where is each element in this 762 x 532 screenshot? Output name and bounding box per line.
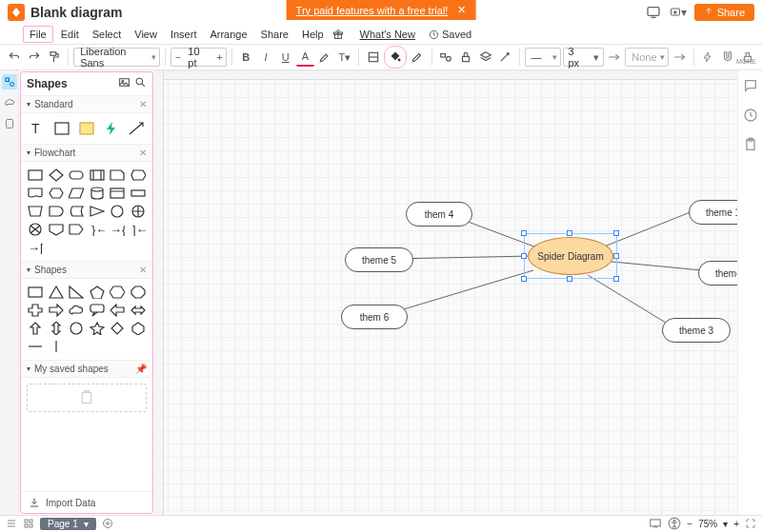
sh-biarrow[interactable] — [130, 303, 147, 318]
section-standard[interactable]: ▾Standard✕ — [21, 95, 152, 113]
promo-banner[interactable]: Try paid features with a free trial! ✕ — [287, 0, 476, 20]
diagram-node[interactable]: theme 5 — [345, 247, 413, 272]
promo-close-icon[interactable]: ✕ — [457, 4, 466, 16]
fc-doc[interactable] — [27, 186, 44, 201]
underline-button[interactable]: U — [276, 48, 294, 67]
italic-button[interactable]: I — [257, 48, 275, 67]
shape-bolt[interactable] — [101, 119, 122, 138]
sh-tri[interactable] — [48, 285, 65, 300]
lock-icon[interactable] — [456, 48, 474, 67]
flash-icon[interactable] — [699, 48, 717, 67]
menu-select[interactable]: Select — [87, 27, 128, 42]
sh-cloud[interactable] — [68, 303, 85, 318]
line-width-stepper[interactable]: 3 px▾ — [563, 48, 603, 67]
sh-hline[interactable] — [27, 339, 44, 354]
sel-handle[interactable] — [521, 276, 527, 282]
search-icon[interactable] — [134, 76, 147, 91]
fullscreen-icon[interactable] — [745, 518, 756, 531]
fill-color-button[interactable] — [384, 46, 407, 69]
menu-edit[interactable]: Edit — [55, 27, 85, 42]
fc-tri[interactable] — [89, 204, 106, 219]
fc-manual[interactable] — [27, 204, 44, 219]
share-button[interactable]: Share — [694, 4, 754, 21]
comment-icon[interactable] — [743, 78, 758, 96]
accessibility-icon[interactable] — [668, 517, 681, 532]
present-icon[interactable]: ▾ — [670, 4, 687, 21]
redo-icon[interactable] — [26, 48, 44, 67]
list-view-icon[interactable] — [6, 518, 17, 531]
magic-icon[interactable] — [496, 48, 514, 67]
magnet-icon[interactable] — [719, 48, 737, 67]
sel-handle[interactable] — [613, 253, 619, 259]
border-color-icon[interactable] — [409, 48, 427, 67]
font-size-minus[interactable]: − — [171, 51, 184, 63]
shape-style-icon[interactable] — [437, 48, 455, 67]
sh-uarrow[interactable] — [27, 321, 44, 336]
font-select[interactable]: Liberation Sans — [73, 48, 160, 67]
fc-sum[interactable] — [130, 204, 147, 219]
sh-larrow[interactable] — [109, 303, 126, 318]
fc-or[interactable] — [27, 222, 44, 237]
layers-icon[interactable] — [476, 48, 494, 67]
sh-rarrow[interactable] — [48, 303, 65, 318]
zoom-out[interactable]: − — [687, 519, 692, 529]
toolbar-more[interactable]: ⋯MORE — [736, 49, 756, 66]
border-style-icon[interactable] — [364, 48, 382, 67]
import-data[interactable]: Import Data — [21, 491, 152, 513]
shape-arrow[interactable] — [126, 119, 147, 138]
shape-text[interactable]: T — [27, 119, 48, 138]
text-align-icon[interactable]: T▾ — [336, 48, 354, 67]
center-node[interactable]: Spider Diagram — [528, 237, 613, 275]
section-shapes[interactable]: ▾Shapes✕ — [21, 261, 152, 279]
diagram-node[interactable]: theme 3 — [662, 318, 731, 343]
fc-pent[interactable] — [48, 222, 65, 237]
fc-delay[interactable] — [48, 204, 65, 219]
menu-view[interactable]: View — [129, 27, 163, 42]
sh-oct[interactable] — [130, 285, 147, 300]
add-page-icon[interactable] — [102, 518, 113, 531]
bold-button[interactable]: B — [237, 48, 255, 67]
presentation-icon[interactable] — [649, 518, 662, 531]
rail-shapes-icon[interactable] — [2, 74, 17, 89]
grid-view-icon[interactable] — [23, 518, 34, 531]
line-type-select[interactable]: — — [525, 48, 562, 67]
zoom-level[interactable]: 75% — [698, 519, 717, 529]
fc-display[interactable] — [130, 167, 147, 183]
fc-predef[interactable] — [89, 167, 106, 183]
fc-brack2[interactable]: →[ — [27, 240, 44, 255]
diagram-node[interactable]: theme 2 — [698, 261, 737, 286]
sel-handle[interactable] — [521, 230, 527, 236]
fc-circle[interactable] — [109, 204, 126, 219]
sh-hex[interactable] — [109, 285, 126, 300]
menu-help[interactable]: Help — [296, 27, 330, 42]
menu-share[interactable]: Share — [255, 27, 294, 42]
zoom-in[interactable]: + — [733, 519, 739, 529]
fc-card[interactable] — [109, 167, 126, 183]
fc-inter[interactable] — [109, 186, 126, 201]
sh-poly[interactable] — [130, 321, 147, 336]
sel-handle[interactable] — [567, 230, 572, 236]
sh-pent[interactable] — [89, 285, 106, 300]
sh-cross[interactable] — [27, 303, 44, 318]
section-flowchart[interactable]: ▾Flowchart✕ — [21, 144, 152, 162]
diagram-node[interactable]: theme 1 — [689, 200, 737, 225]
sh-callout[interactable] — [89, 303, 106, 318]
menu-whats-new[interactable]: What's New — [354, 27, 421, 42]
highlight-icon[interactable] — [316, 48, 334, 67]
undo-icon[interactable] — [6, 48, 24, 67]
menu-insert[interactable]: Insert — [165, 27, 203, 42]
history-icon[interactable] — [743, 108, 758, 126]
menu-file[interactable]: File — [23, 26, 53, 43]
sel-handle[interactable] — [567, 276, 572, 282]
canvas[interactable]: them 4theme 5them 6theme 1theme 2theme 3… — [154, 70, 737, 515]
paint-format-icon[interactable] — [45, 48, 63, 67]
app-logo[interactable] — [8, 4, 25, 21]
rail-cloud-icon[interactable] — [2, 95, 17, 110]
sel-handle[interactable] — [613, 276, 619, 282]
font-size-stepper[interactable]: −10 pt+ — [170, 48, 227, 67]
fc-brack1[interactable]: ]← — [130, 222, 147, 237]
fc-tag[interactable] — [68, 222, 85, 237]
sel-handle[interactable] — [613, 230, 619, 236]
fc-diamond[interactable] — [48, 167, 65, 183]
sh-udarrow[interactable] — [48, 321, 65, 336]
